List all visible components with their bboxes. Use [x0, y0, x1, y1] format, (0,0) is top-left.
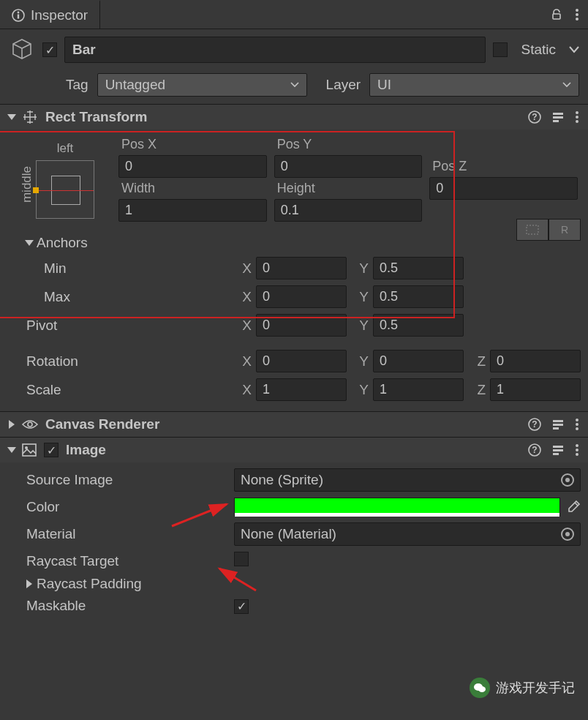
- anchor-side-label: middle: [20, 166, 34, 203]
- rotation-y-input[interactable]: [373, 350, 464, 372]
- axis-label: X: [234, 318, 252, 334]
- svg-rect-31: [553, 453, 559, 455]
- pivot-y-input[interactable]: [373, 314, 464, 337]
- foldout-icon: [7, 114, 16, 120]
- svg-point-12: [576, 111, 578, 114]
- canvas-renderer-header[interactable]: Canvas Renderer ?: [0, 411, 588, 437]
- svg-point-6: [576, 18, 578, 20]
- anchor-preset-button[interactable]: left middle: [18, 137, 113, 222]
- blueprint-mode-button[interactable]: [516, 219, 549, 241]
- tag-value: Untagged: [105, 77, 165, 93]
- foldout-icon: [7, 447, 16, 453]
- chevron-down-icon: [290, 82, 299, 88]
- rotation-x-input[interactable]: [256, 350, 347, 372]
- scale-x-input[interactable]: [256, 378, 347, 401]
- posx-input[interactable]: [118, 155, 267, 178]
- anchor-min-x-input[interactable]: [256, 257, 347, 280]
- image-enabled-checkbox[interactable]: ✓: [44, 443, 59, 457]
- object-picker-icon[interactable]: [561, 528, 574, 541]
- raycast-target-checkbox[interactable]: [234, 552, 249, 566]
- svg-point-23: [576, 423, 578, 426]
- rect-transform-body: left middle Pos X Width Pos Y: [0, 130, 588, 411]
- anchors-label: Anchors: [37, 235, 88, 251]
- svg-point-14: [576, 120, 578, 123]
- enabled-checkbox[interactable]: ✓: [42, 42, 57, 57]
- anchor-max-y-input[interactable]: [373, 285, 464, 308]
- width-input[interactable]: [118, 199, 267, 222]
- min-label: Min: [44, 260, 67, 277]
- image-body: Source Image None (Sprite) Color Materia…: [0, 462, 588, 624]
- preset-icon[interactable]: [551, 443, 565, 457]
- tag-dropdown[interactable]: Untagged: [97, 73, 307, 97]
- axis-label: Y: [351, 318, 369, 334]
- inspector-tab[interactable]: Inspector: [0, 0, 100, 29]
- axis-label: Y: [351, 382, 369, 398]
- raw-edit-button[interactable]: R: [549, 219, 581, 241]
- posy-input[interactable]: [274, 155, 423, 178]
- eyedropper-icon[interactable]: [566, 500, 581, 514]
- layer-label: Layer: [326, 77, 361, 93]
- component-title: Canvas Renderer: [45, 416, 521, 432]
- axis-label: Y: [351, 260, 369, 277]
- anchor-min-y-input[interactable]: [373, 257, 464, 280]
- anchor-max-x-input[interactable]: [256, 285, 347, 308]
- maskable-label: Maskable: [26, 598, 86, 614]
- image-icon: [22, 443, 37, 457]
- posz-input[interactable]: [429, 177, 578, 200]
- svg-point-38: [478, 686, 486, 692]
- svg-rect-21: [553, 427, 559, 430]
- height-label: Height: [274, 181, 423, 196]
- image-header[interactable]: ✓ Image ?: [0, 437, 588, 462]
- static-dropdown-icon[interactable]: [569, 46, 579, 53]
- foldout-icon[interactable]: [25, 240, 34, 246]
- source-image-label: Source Image: [26, 472, 113, 488]
- rect-transform-icon: [22, 109, 38, 125]
- color-field[interactable]: [234, 498, 560, 517]
- scale-z-input[interactable]: [490, 378, 581, 401]
- rect-transform-header[interactable]: Rect Transform ?: [0, 104, 588, 130]
- tab-title: Inspector: [31, 7, 88, 23]
- svg-rect-15: [527, 225, 538, 234]
- maskable-checkbox[interactable]: ✓: [234, 599, 249, 614]
- svg-rect-20: [553, 424, 563, 426]
- max-label: Max: [44, 289, 70, 305]
- foldout-icon[interactable]: [26, 580, 32, 588]
- component-title: Image: [66, 442, 521, 458]
- material-field[interactable]: None (Material): [234, 522, 581, 546]
- help-icon[interactable]: ?: [528, 443, 541, 457]
- source-image-field[interactable]: None (Sprite): [234, 468, 581, 492]
- help-icon[interactable]: ?: [528, 418, 541, 431]
- scale-label: Scale: [26, 382, 61, 398]
- axis-label: Z: [468, 382, 486, 398]
- menu-icon[interactable]: [575, 418, 579, 431]
- height-input[interactable]: [274, 199, 423, 222]
- svg-point-22: [576, 419, 578, 421]
- name-input[interactable]: [64, 37, 486, 63]
- axis-label: Z: [468, 353, 486, 370]
- pivot-x-input[interactable]: [256, 314, 347, 337]
- scale-y-input[interactable]: [373, 378, 464, 401]
- object-picker-icon[interactable]: [561, 473, 574, 487]
- axis-label: Y: [351, 289, 369, 305]
- svg-rect-25: [23, 444, 36, 456]
- static-checkbox[interactable]: [493, 42, 508, 57]
- help-icon[interactable]: ?: [528, 110, 541, 124]
- preset-icon[interactable]: [551, 110, 565, 124]
- layer-value: UI: [377, 77, 391, 93]
- menu-icon[interactable]: [575, 110, 579, 124]
- rotation-label: Rotation: [26, 353, 78, 370]
- gameobject-header: ✓ Static: [0, 29, 588, 70]
- lock-icon[interactable]: [550, 8, 563, 21]
- rotation-z-input[interactable]: [490, 350, 581, 372]
- svg-text:?: ?: [532, 419, 537, 430]
- axis-label: Y: [351, 353, 369, 370]
- svg-point-4: [576, 9, 578, 12]
- preset-icon[interactable]: [551, 418, 565, 431]
- chevron-down-icon: [562, 82, 571, 88]
- layer-dropdown[interactable]: UI: [369, 73, 579, 97]
- raycast-target-label: Raycast Target: [26, 553, 118, 569]
- menu-icon[interactable]: [575, 443, 579, 457]
- link-icon[interactable]: [202, 383, 219, 397]
- tab-menu-icon[interactable]: [575, 8, 579, 21]
- svg-point-5: [576, 13, 578, 16]
